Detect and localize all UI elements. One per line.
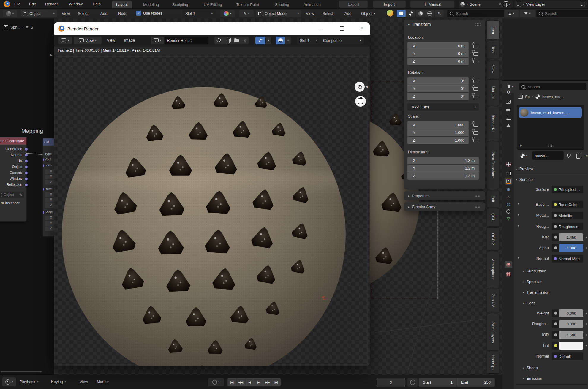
workspace-tab-layout[interactable]: Layout xyxy=(112,1,132,8)
unlink-image-button[interactable]: × xyxy=(241,37,249,44)
tab-render-icon[interactable] xyxy=(505,98,512,105)
close-button[interactable]: × xyxy=(355,22,369,35)
pin-icon[interactable]: ✕ xyxy=(498,2,501,6)
use-preview-range-button[interactable] xyxy=(407,378,418,387)
viewport-pivot-button[interactable]: ▾ xyxy=(220,10,235,17)
playback-menu[interactable]: Playback▾ xyxy=(20,379,38,384)
rotation-y-field[interactable]: Y0° xyxy=(407,85,469,92)
keying-menu[interactable]: Keying▾ xyxy=(51,379,66,384)
tab-world-icon[interactable] xyxy=(505,160,512,167)
viewport-menu-add[interactable]: Add xyxy=(344,11,351,16)
side-tab-edit[interactable]: Edit xyxy=(486,190,500,207)
viewport-search-input[interactable]: Search xyxy=(447,10,504,17)
axis-field[interactable]: Z xyxy=(45,226,54,231)
axis-field[interactable]: Z xyxy=(45,180,54,185)
copy-material-button[interactable] xyxy=(574,151,583,160)
subsurface-panel-header[interactable]: ▸Subsurface xyxy=(523,267,588,275)
browse-material-button[interactable]: ▾ xyxy=(516,151,532,160)
workspace-tab-modeling[interactable]: Modeling xyxy=(139,1,163,8)
tab-particles-icon[interactable]: ∴ xyxy=(505,194,512,201)
location-x-field[interactable]: X0 m xyxy=(407,42,469,50)
view-layer-selector[interactable]: ▾ View Layer xyxy=(514,1,587,8)
node-header[interactable]: ure Coordinate xyxy=(0,137,26,145)
tab-data-icon[interactable]: ▽ xyxy=(505,215,512,222)
auto-keying-button[interactable]: ▾ xyxy=(208,378,224,386)
axis-field[interactable]: Z xyxy=(45,203,54,208)
axis-field[interactable]: Y xyxy=(45,198,54,203)
eyedropper-icon[interactable]: ✎ xyxy=(19,193,22,197)
preview-panel-header[interactable]: ▸Preview xyxy=(516,165,587,173)
shader-menu-add[interactable]: Add xyxy=(100,11,107,16)
jump-to-end-button[interactable]: ▶| xyxy=(272,378,281,386)
panel-grip[interactable] xyxy=(475,23,481,26)
properties-collapsed-panel[interactable]: ▸Properties xyxy=(404,191,485,200)
slot-dropdown[interactable]: Slot 1▾ xyxy=(297,37,320,44)
menu-help[interactable]: Help xyxy=(93,2,101,6)
image-name-field[interactable]: Render Result xyxy=(165,37,208,44)
ior-socket[interactable] xyxy=(552,233,559,241)
close-scene-icon[interactable]: × xyxy=(508,2,511,7)
side-tab-zen-uv[interactable]: Zen UV xyxy=(486,288,500,313)
workspace-tab-animation[interactable]: Animation xyxy=(299,1,325,8)
lock-icon[interactable] xyxy=(473,87,478,91)
timeline-menu-view[interactable]: View xyxy=(80,379,88,384)
side-tab-view[interactable]: View xyxy=(486,60,500,78)
axis-field[interactable]: Y xyxy=(45,221,54,226)
axis-field[interactable]: X xyxy=(45,192,54,197)
tab-constraints-icon[interactable] xyxy=(505,208,512,215)
gizmo-dropdown[interactable]: ▾ xyxy=(266,37,271,44)
export-button[interactable]: Export xyxy=(339,1,368,8)
axis-field[interactable]: Y xyxy=(45,175,54,179)
tab-modifiers-icon[interactable]: ⚙ xyxy=(505,186,512,193)
breadcrumb-material[interactable]: brown_mu... xyxy=(542,94,564,99)
viewport-menu-view[interactable]: View xyxy=(306,11,314,16)
rotation-z-field[interactable]: Z0° xyxy=(407,93,469,100)
maximize-button[interactable] xyxy=(335,22,349,35)
menu-file[interactable]: File xyxy=(14,2,20,6)
breadcrumb-object[interactable]: Sp xyxy=(525,94,530,99)
sheen-panel-header[interactable]: ▸Sheen xyxy=(523,363,588,372)
surface-panel-header[interactable]: ▾Surface xyxy=(516,175,587,184)
side-tab-ocd2[interactable]: OCD 2 xyxy=(486,227,500,251)
editor-type-button[interactable]: ▾ xyxy=(58,37,72,44)
viewport-menu-select[interactable]: Select xyxy=(323,11,333,16)
unlink-material-button[interactable]: × xyxy=(583,151,588,160)
scene-selector[interactable]: ▾ Scene ✕ × xyxy=(459,1,513,8)
workspace-tab-texture-paint[interactable]: Texture Paint xyxy=(232,1,263,8)
overlay-toggle-button[interactable] xyxy=(276,37,285,44)
overlay-dropdown[interactable]: ▾ xyxy=(285,37,291,44)
new-view-layer-icon[interactable] xyxy=(580,2,585,6)
solid-shading-icon[interactable] xyxy=(406,10,415,17)
slot-list-expand-icon[interactable]: ▶ xyxy=(520,144,522,147)
pass-dropdown[interactable]: Composite▾ xyxy=(320,37,364,44)
use-nodes-checkbox[interactable]: ✓ Use Nodes xyxy=(136,11,162,16)
emission-panel-header[interactable]: ▸Emission xyxy=(523,374,588,382)
circular-array-collapsed-panel[interactable]: ▸Circular Array xyxy=(404,202,485,211)
tab-physics-icon[interactable]: ◎ xyxy=(505,201,512,208)
workspace-tab-shading[interactable]: Shading xyxy=(271,1,293,8)
coat-ior-socket[interactable] xyxy=(552,331,559,339)
object-picker-field[interactable]: Object ✎ xyxy=(0,192,24,198)
coat-normal-button[interactable]: Default xyxy=(552,352,583,360)
select-box-icon[interactable] xyxy=(397,10,406,17)
next-keyframe-button[interactable]: ▶▶ xyxy=(263,378,272,386)
shader-editor-type-button[interactable]: ▾ xyxy=(3,10,17,17)
material-shading-icon[interactable] xyxy=(416,10,425,17)
menu-render[interactable]: Render xyxy=(45,2,58,6)
side-tab-mat-list[interactable]: Mat List xyxy=(486,79,500,106)
texture-coordinate-node[interactable]: ure Coordinate Generated Normal UV Objec… xyxy=(0,137,27,222)
shader-menu-select[interactable]: Select xyxy=(78,11,88,16)
fake-user-button[interactable] xyxy=(564,151,573,160)
tab-material-icon[interactable] xyxy=(505,261,512,268)
pan-tool-button[interactable] xyxy=(355,96,366,107)
specular-panel-header[interactable]: ▸Specular xyxy=(523,277,588,286)
alpha-slider[interactable]: 1.000 xyxy=(559,244,583,252)
outliner-filter-button[interactable]: ▾ xyxy=(520,10,535,17)
lock-icon[interactable] xyxy=(473,45,478,48)
scale-x-field[interactable]: X1.000 xyxy=(407,121,469,129)
blender-logo-icon[interactable] xyxy=(4,1,10,7)
slot-list-grip[interactable] xyxy=(548,144,554,147)
shader-menu-node[interactable]: Node xyxy=(118,11,127,16)
image-datablock-button[interactable]: ▾ xyxy=(151,37,164,44)
timeline-editor-type-button[interactable]: ▾ xyxy=(2,377,16,386)
